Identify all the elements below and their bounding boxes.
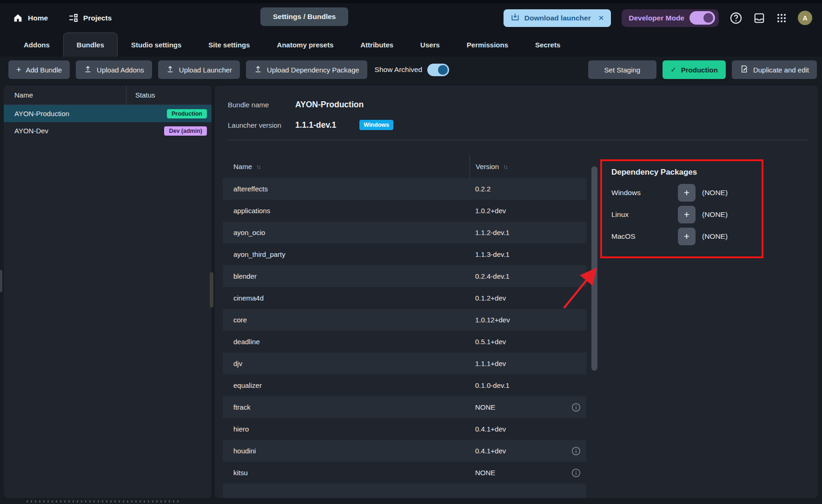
sort-icon[interactable]: ↑↓ bbox=[503, 163, 507, 170]
column-label: Version bbox=[476, 163, 499, 170]
platform-label: Windows bbox=[611, 189, 678, 197]
addon-name: core bbox=[223, 316, 470, 324]
column-header-status[interactable]: Status bbox=[126, 85, 212, 105]
platform-badge: Windows bbox=[359, 120, 393, 130]
dependency-package-row: Windows + (NONE) bbox=[611, 184, 760, 202]
set-staging-button[interactable]: Set Staging bbox=[588, 60, 657, 79]
add-bundle-button[interactable]: + Add Bundle bbox=[8, 60, 70, 79]
addon-version-cell: NONE bbox=[470, 402, 586, 412]
tab-label: Permissions bbox=[467, 41, 508, 49]
add-package-button[interactable]: + bbox=[678, 206, 696, 223]
addon-table-header: Name ↑↓ Version ↑↓ bbox=[223, 155, 586, 178]
addon-version-cell: 1.1.1+dev bbox=[470, 359, 586, 369]
dependency-packages-panel: Dependency Packages Windows + (NONE) Lin… bbox=[603, 162, 760, 256]
show-archived-toggle[interactable] bbox=[427, 64, 449, 76]
sort-icon[interactable]: ↑↓ bbox=[256, 163, 260, 170]
table-row[interactable]: equalizer 0.1.0-dev.1 bbox=[223, 374, 586, 396]
avatar[interactable]: A bbox=[798, 11, 812, 25]
toggle-knob bbox=[438, 65, 448, 75]
addon-version-cell: 1.0.2+dev bbox=[470, 206, 586, 216]
tab-bundles[interactable]: Bundles bbox=[63, 33, 118, 57]
help-icon[interactable] bbox=[729, 12, 742, 25]
tab-permissions[interactable]: Permissions bbox=[453, 33, 522, 57]
tab-label: Addons bbox=[24, 41, 50, 49]
addon-version: 0.5.1+dev bbox=[475, 338, 506, 346]
panel-gap-scrollbar[interactable] bbox=[210, 272, 213, 308]
addon-version: NONE bbox=[475, 403, 495, 411]
column-header-version[interactable]: Version ↑↓ bbox=[470, 155, 586, 178]
table-row[interactable]: ayon_third_party 1.1.3-dev.1 bbox=[223, 243, 586, 265]
addon-name: equalizer bbox=[223, 381, 470, 389]
tab-label: Secrets bbox=[535, 41, 560, 49]
upload-dependency-package-button[interactable]: Upload Dependency Package bbox=[246, 60, 367, 79]
nav-projects[interactable]: Projects bbox=[68, 13, 112, 23]
close-icon[interactable]: ✕ bbox=[598, 14, 604, 22]
upload-icon bbox=[166, 65, 174, 75]
add-package-button[interactable]: + bbox=[678, 228, 696, 245]
table-row-partial bbox=[223, 484, 586, 498]
bundle-name: AYON-Production bbox=[14, 110, 69, 118]
addon-version: 0.2.4-dev.1 bbox=[475, 272, 510, 280]
download-launcher-button[interactable]: Download launcher ✕ bbox=[504, 9, 611, 27]
bundle-row[interactable]: AYON-Dev Dev (admin) bbox=[4, 122, 212, 139]
addon-table-scrollbar[interactable] bbox=[591, 166, 597, 371]
addon-version-cell: 0.4.1+dev bbox=[470, 424, 586, 434]
addon-name: cinema4d bbox=[223, 294, 470, 302]
tab-bar: AddonsBundlesStudio settingsSite setting… bbox=[0, 33, 822, 57]
tab-site-settings[interactable]: Site settings bbox=[195, 33, 263, 57]
plus-icon: + bbox=[684, 231, 689, 242]
upload-dependency-package-label: Upload Dependency Package bbox=[267, 66, 359, 74]
table-row[interactable]: deadline 0.5.1+dev bbox=[223, 331, 586, 353]
addon-version-cell: 0.5.1+dev bbox=[470, 337, 586, 347]
upload-launcher-button[interactable]: Upload Launcher bbox=[158, 60, 240, 79]
bundle-name-value: AYON-Production bbox=[295, 100, 364, 110]
addon-version-cell: NONE bbox=[470, 468, 586, 478]
apps-grid-icon[interactable] bbox=[776, 13, 787, 24]
addon-version: NONE bbox=[475, 469, 495, 477]
nav-home[interactable]: Home bbox=[13, 13, 48, 23]
addon-name: hiero bbox=[223, 425, 470, 433]
addon-version-cell: 0.1.2+dev bbox=[470, 293, 586, 303]
tab-addons[interactable]: Addons bbox=[10, 33, 63, 57]
addon-name: ftrack bbox=[223, 403, 470, 411]
breadcrumb: Settings / Bundles bbox=[260, 7, 348, 26]
addon-version-cell: 0.2.2 bbox=[470, 184, 586, 194]
divider bbox=[228, 140, 809, 140]
bundle-detail-header: Bundle name AYON-Production Launcher ver… bbox=[215, 85, 818, 135]
table-row[interactable]: core 1.0.12+dev bbox=[223, 309, 586, 331]
add-package-button[interactable]: + bbox=[678, 184, 696, 202]
tab-attributes[interactable]: Attributes bbox=[347, 33, 407, 57]
table-row[interactable]: houdini 0.4.1+dev bbox=[223, 440, 586, 462]
table-row[interactable]: blender 0.2.4-dev.1 bbox=[223, 265, 586, 287]
table-row[interactable]: kitsu NONE bbox=[223, 462, 586, 484]
addon-version-cell: 0.1.0-dev.1 bbox=[470, 380, 586, 391]
table-row[interactable]: djv 1.1.1+dev bbox=[223, 353, 586, 374]
tab-secrets[interactable]: Secrets bbox=[522, 33, 574, 57]
production-button[interactable]: ✓ Production bbox=[663, 60, 726, 79]
table-row[interactable]: ftrack NONE bbox=[223, 396, 586, 418]
bundle-row[interactable]: AYON-Production Production bbox=[4, 105, 212, 122]
tab-users[interactable]: Users bbox=[407, 33, 453, 57]
tab-studio-settings[interactable]: Studio settings bbox=[118, 33, 195, 57]
addon-version: 0.4.1+dev bbox=[475, 447, 506, 455]
upload-addons-button[interactable]: Upload Addons bbox=[76, 60, 152, 79]
launcher-version-value: 1.1.1-dev.1 bbox=[295, 120, 336, 130]
table-row[interactable]: aftereffects 0.2.2 bbox=[223, 178, 586, 200]
table-row[interactable]: ayon_ocio 1.1.2-dev.1 bbox=[223, 222, 586, 243]
column-header-name[interactable]: Name bbox=[4, 85, 126, 105]
info-icon[interactable] bbox=[571, 468, 581, 478]
developer-mode-toggle[interactable] bbox=[689, 11, 715, 25]
tab-anatomy-presets[interactable]: Anatomy presets bbox=[264, 33, 347, 57]
column-header-name[interactable]: Name ↑↓ bbox=[223, 155, 470, 178]
duplicate-and-edit-button[interactable]: Duplicate and edit bbox=[732, 60, 817, 79]
inbox-icon[interactable] bbox=[753, 12, 765, 24]
info-icon[interactable] bbox=[571, 446, 581, 456]
table-row[interactable]: cinema4d 0.1.2+dev bbox=[223, 287, 586, 309]
left-edge-scrollbar[interactable] bbox=[0, 270, 2, 292]
table-row[interactable]: applications 1.0.2+dev bbox=[223, 200, 586, 222]
addon-name: blender bbox=[223, 272, 470, 280]
toolbar: + Add Bundle Upload Addons Upload Launch… bbox=[0, 60, 822, 79]
info-icon[interactable] bbox=[571, 402, 581, 412]
table-row[interactable]: hiero 0.4.1+dev bbox=[223, 418, 586, 440]
dependency-package-row: Linux + (NONE) bbox=[611, 206, 760, 223]
